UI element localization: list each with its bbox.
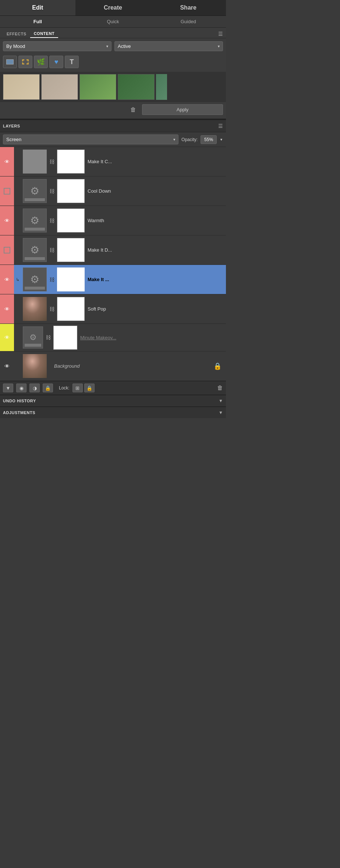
- photo-frames-icon: [22, 59, 29, 64]
- gear-sub-bar-2: [25, 198, 45, 201]
- active-dropdown[interactable]: Active All Favorites: [114, 41, 223, 51]
- nature-icon: 🌿: [37, 58, 45, 66]
- delete-button[interactable]: 🗑: [127, 105, 139, 115]
- layer-row-warmth: 👁 ⚙ ⛓ Warmth: [0, 206, 226, 235]
- link-icon-6[interactable]: ⛓: [48, 306, 56, 312]
- mask-button[interactable]: 🔒: [43, 384, 53, 392]
- layer-name-8[interactable]: Background: [53, 363, 213, 369]
- layer-color-thumb-4: [57, 238, 85, 262]
- layer-name-3[interactable]: Warmth: [86, 218, 226, 223]
- layer-name-4[interactable]: Make It D...: [86, 247, 226, 253]
- opacity-value[interactable]: 55%: [201, 135, 217, 144]
- layer-name-1[interactable]: Make It C...: [86, 159, 226, 164]
- mode-guided[interactable]: Guided: [150, 16, 226, 27]
- top-navigation: Edit Create Share: [0, 0, 226, 16]
- gear-icon-5: ⚙: [30, 273, 39, 286]
- thumbnail-4[interactable]: [118, 74, 155, 100]
- mood-dropdown-wrapper: By Mood By Color By Style: [3, 41, 111, 51]
- link-icon-1[interactable]: ⛓: [48, 159, 56, 165]
- apply-button[interactable]: Apply: [142, 104, 223, 115]
- thumbnail-5-partial[interactable]: [156, 74, 167, 100]
- mode-quick[interactable]: Quick: [75, 16, 151, 27]
- layer-color-thumb-3: [57, 209, 85, 232]
- layer-visibility-7[interactable]: 👁: [0, 324, 14, 351]
- layer-thumb-7: ⚙: [23, 326, 43, 349]
- eye-icon-1: 👁: [4, 159, 10, 165]
- adjustments-header[interactable]: ADJUSTMENTS ▼: [0, 406, 226, 418]
- adjustment-button[interactable]: ◑: [29, 384, 40, 392]
- opacity-dropdown-arrow[interactable]: ▼: [220, 138, 223, 141]
- layer-name-6[interactable]: Soft Pop: [86, 306, 226, 312]
- blend-mode-dropdown[interactable]: Screen Normal Multiply Overlay Soft Ligh…: [3, 134, 178, 144]
- tab-content[interactable]: CONTENT: [30, 30, 59, 38]
- mode-navigation: Full Quick Guided: [0, 16, 226, 28]
- apply-row: 🗑 Apply: [0, 102, 226, 119]
- photo-frames-filter-button[interactable]: [18, 56, 32, 68]
- eye-icon-5: 👁: [4, 277, 10, 283]
- layer-arrow-5: ↳: [14, 277, 21, 282]
- layer-visibility-6[interactable]: 👁: [0, 294, 14, 323]
- thumbnail-2[interactable]: [41, 74, 78, 100]
- thumbnail-3[interactable]: [79, 74, 116, 100]
- link-icon-7[interactable]: ⛓: [45, 335, 52, 340]
- tab-create[interactable]: Create: [75, 0, 151, 15]
- tab-share[interactable]: Share: [150, 0, 226, 15]
- layer-visibility-4[interactable]: [0, 235, 14, 265]
- text-filter-button[interactable]: T: [65, 56, 79, 68]
- tab-edit[interactable]: Edit: [0, 0, 75, 15]
- link-icon-2[interactable]: ⛓: [48, 188, 56, 194]
- layer-row-cool-down: ⚙ ⛓ Cool Down: [0, 176, 226, 206]
- layer-thumb-4: ⚙: [23, 238, 47, 262]
- layer-visibility-5[interactable]: 👁: [0, 265, 14, 294]
- undo-history-header[interactable]: UNDO HISTORY ▼: [0, 395, 226, 406]
- link-icon-3[interactable]: ⛓: [48, 218, 56, 224]
- nature-filter-button[interactable]: 🌿: [34, 56, 48, 68]
- layer-row-minute-makeover: 👁 ⚙ ⛓ Minute Makeov...: [0, 324, 226, 351]
- panel-menu-icon[interactable]: ☰: [218, 31, 223, 37]
- heart-filter-button[interactable]: ♥: [49, 56, 63, 68]
- gear-sub-bar-5: [25, 287, 45, 290]
- layer-name-7[interactable]: Minute Makeov...: [79, 335, 226, 340]
- gear-icon-2: ⚙: [30, 185, 39, 197]
- undo-history-title: UNDO HISTORY: [3, 399, 36, 403]
- thumbnail-1[interactable]: [3, 74, 40, 100]
- frames-filter-button[interactable]: [3, 56, 17, 68]
- layer-color-thumb-1: [57, 150, 85, 174]
- active-dropdown-wrapper: Active All Favorites: [114, 41, 223, 51]
- tab-effects[interactable]: EFFECTS: [3, 30, 30, 38]
- link-icon-4[interactable]: ⛓: [48, 247, 56, 253]
- new-layer-button[interactable]: ▼: [3, 384, 13, 392]
- eye-empty-2: [4, 188, 10, 195]
- lock-pixels-button[interactable]: ⊞: [72, 384, 83, 392]
- link-icon-5[interactable]: ⛓: [48, 277, 56, 283]
- layer-name-5[interactable]: Make It ...: [86, 277, 226, 282]
- lock-icons: ⊞ 🔒: [72, 384, 95, 392]
- gear-icon-3: ⚙: [30, 214, 39, 227]
- text-type-icon: T: [70, 58, 74, 66]
- layers-title: LAYERS: [3, 124, 20, 128]
- eye-icon-3: 👁: [4, 218, 10, 224]
- layer-thumb-3: ⚙: [23, 209, 47, 232]
- layer-visibility-3[interactable]: 👁: [0, 206, 14, 235]
- frames-icon: [6, 59, 14, 64]
- mood-dropdown[interactable]: By Mood By Color By Style: [3, 41, 111, 51]
- lock-all-button[interactable]: 🔒: [84, 384, 95, 392]
- layer-color-thumb-2: [57, 179, 85, 203]
- blend-opacity-row: Screen Normal Multiply Overlay Soft Ligh…: [0, 132, 226, 147]
- gear-sub-bar-4: [25, 257, 45, 260]
- layer-visibility-2[interactable]: [0, 176, 14, 206]
- opacity-label: Opacity:: [181, 137, 198, 142]
- dropdowns-row: By Mood By Color By Style Active All Fav…: [0, 38, 226, 54]
- layer-thumb-6: [23, 297, 47, 321]
- layer-row-make-it-selected: 👁 ↳ ⚙ ⛓ Make It ...: [0, 265, 226, 294]
- mode-full[interactable]: Full: [0, 16, 75, 27]
- blend-mode-wrapper: Screen Normal Multiply Overlay Soft Ligh…: [3, 134, 178, 144]
- layer-name-2[interactable]: Cool Down: [86, 188, 226, 194]
- undo-history-arrow: ▼: [219, 398, 223, 403]
- layers-menu-icon[interactable]: ☰: [218, 123, 223, 129]
- layer-visibility-1[interactable]: 👁: [0, 147, 14, 176]
- layer-visibility-8[interactable]: 👁: [0, 351, 14, 381]
- adjustments-arrow: ▼: [219, 410, 223, 415]
- delete-layer-button[interactable]: 🗑: [217, 385, 223, 391]
- create-group-button[interactable]: ◉: [16, 384, 26, 392]
